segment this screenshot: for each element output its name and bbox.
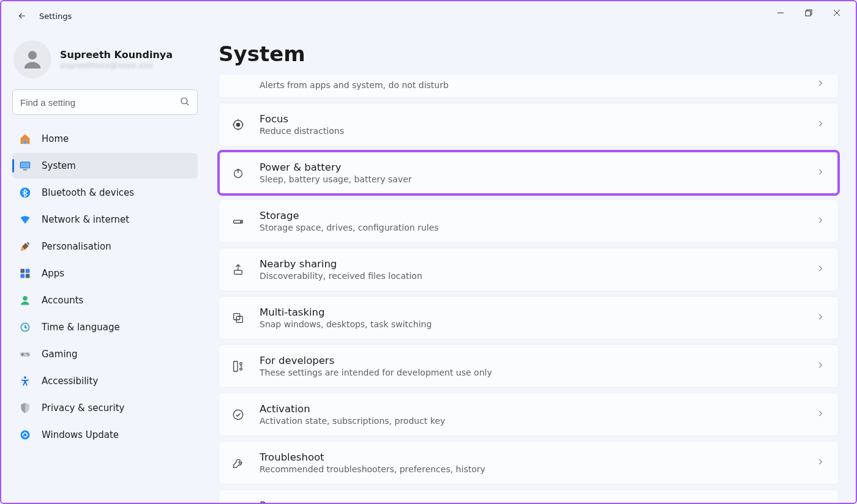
sidebar-item-accounts[interactable]: Accounts (12, 287, 198, 313)
bluetooth-icon (18, 187, 32, 199)
card-subtitle: Alerts from apps and system, do not dist… (260, 80, 803, 90)
sidebar-item-label: Network & internet (42, 214, 129, 225)
setting-card-focus[interactable]: FocusReduce distractions (219, 103, 839, 146)
sidebar-item-system[interactable]: System (12, 153, 198, 179)
main: System Alerts from apps and system, do n… (206, 31, 856, 503)
card-subtitle: Discoverability, received files location (260, 271, 803, 281)
profile-email: supreethxxx@xxxx.xxx (60, 61, 173, 70)
setting-card-nearby[interactable]: Nearby sharingDiscoverability, received … (219, 248, 839, 291)
close-button[interactable] (823, 4, 851, 22)
sidebar-item-label: Bluetooth & devices (42, 187, 134, 198)
setting-card-dev[interactable]: For developersThese settings are intende… (219, 344, 839, 388)
chevron-right-icon (816, 215, 825, 227)
setting-card-troubleshoot[interactable]: TroubleshootRecommended troubleshooters,… (219, 441, 839, 484)
chevron-right-icon (816, 78, 825, 90)
system-icon (18, 160, 32, 172)
sidebar-item-privacy[interactable]: Privacy & security (12, 395, 198, 421)
svg-rect-14 (21, 274, 25, 278)
setting-card-notifications[interactable]: Alerts from apps and system, do not dist… (219, 75, 839, 98)
setting-card-activation[interactable]: ActivationActivation state, subscription… (219, 393, 839, 436)
setting-card-storage[interactable]: StorageStorage space, drives, configurat… (219, 199, 839, 243)
gaming-icon (18, 348, 32, 360)
setting-card-power[interactable]: Power & batterySleep, battery usage, bat… (219, 151, 839, 195)
back-button[interactable] (11, 5, 33, 27)
sidebar-item-label: Personalisation (42, 241, 111, 252)
card-title: Power & battery (260, 161, 803, 173)
profile-block[interactable]: Supreeth Koundinya supreethxxx@xxxx.xxx (12, 40, 198, 78)
chevron-right-icon (816, 360, 825, 372)
svg-rect-34 (234, 361, 238, 371)
svg-point-35 (240, 362, 242, 365)
setting-card-multitask[interactable]: Multi-taskingSnap windows, desktops, tas… (219, 296, 839, 339)
sidebar-item-update[interactable]: Windows Update (12, 422, 198, 448)
sidebar-item-network[interactable]: Network & internet (12, 207, 198, 232)
chevron-right-icon (816, 312, 825, 324)
card-title: Storage (260, 210, 803, 221)
sidebar-item-home[interactable]: Home (12, 126, 198, 152)
accessibility-icon (18, 375, 32, 387)
svg-rect-2 (806, 11, 810, 16)
wrench-icon (230, 456, 246, 470)
chevron-right-icon (816, 167, 825, 179)
storage-icon (230, 215, 246, 228)
sidebar-item-label: Gaming (42, 349, 78, 360)
search-wrap (12, 89, 198, 115)
svg-line-7 (186, 103, 189, 105)
sidebar-item-apps[interactable]: Apps (12, 261, 198, 286)
sidebar-item-bluetooth[interactable]: Bluetooth & devices (12, 180, 198, 206)
sidebar-item-gaming[interactable]: Gaming (12, 341, 198, 367)
setting-card-recovery[interactable]: RecoveryReset, advanced start-up, go bac… (219, 489, 839, 503)
svg-point-37 (233, 410, 243, 420)
svg-point-5 (28, 51, 37, 59)
share-icon (230, 263, 246, 276)
svg-point-24 (21, 431, 30, 440)
page-title: System (219, 42, 839, 66)
svg-point-21 (28, 354, 29, 355)
apps-icon (18, 267, 32, 280)
sidebar-item-label: Windows Update (42, 429, 119, 440)
svg-point-30 (241, 221, 242, 222)
sidebar-item-label: Privacy & security (42, 402, 124, 413)
sidebar-item-time[interactable]: Time & language (12, 314, 198, 340)
card-title: Multi-tasking (260, 306, 803, 318)
window-title: Settings (39, 12, 72, 21)
card-subtitle: Recommended troubleshooters, preferences… (260, 464, 803, 474)
svg-rect-31 (234, 270, 242, 273)
time-icon (18, 321, 32, 333)
card-subtitle: These settings are intended for developm… (260, 368, 803, 377)
sidebar-item-personal[interactable]: Personalisation (12, 234, 198, 259)
svg-rect-9 (21, 163, 29, 168)
search-input[interactable] (12, 89, 198, 115)
chevron-right-icon (816, 409, 825, 420)
sidebar-item-label: Accessibility (42, 376, 98, 387)
svg-rect-13 (26, 269, 30, 273)
svg-point-26 (236, 122, 240, 126)
svg-rect-15 (26, 274, 30, 278)
home-icon (18, 133, 32, 145)
privacy-icon (18, 402, 32, 414)
network-icon (18, 213, 32, 226)
sidebar-item-label: Apps (42, 268, 64, 279)
update-icon (18, 429, 32, 441)
card-title: Nearby sharing (260, 258, 803, 270)
check-icon (230, 408, 246, 421)
maximize-button[interactable] (795, 4, 823, 22)
card-title: Recovery (260, 500, 803, 503)
sidebar: Supreeth Koundinya supreethxxx@xxxx.xxx … (1, 31, 206, 503)
personal-icon (18, 240, 32, 253)
card-title: Focus (260, 113, 803, 125)
dev-icon (230, 360, 246, 373)
sidebar-item-label: Accounts (42, 295, 83, 306)
search-icon (179, 96, 190, 109)
minimize-button[interactable] (766, 4, 795, 22)
multitask-icon (230, 311, 246, 325)
chevron-right-icon (816, 457, 825, 469)
card-title: Activation (260, 403, 803, 415)
card-title: Troubleshoot (260, 451, 803, 463)
svg-point-36 (240, 368, 242, 370)
focus-icon (230, 118, 246, 132)
svg-point-23 (24, 376, 26, 379)
nav: HomeSystemBluetooth & devicesNetwork & i… (12, 126, 198, 448)
sidebar-item-accessibility[interactable]: Accessibility (12, 368, 198, 394)
accounts-icon (18, 294, 32, 306)
